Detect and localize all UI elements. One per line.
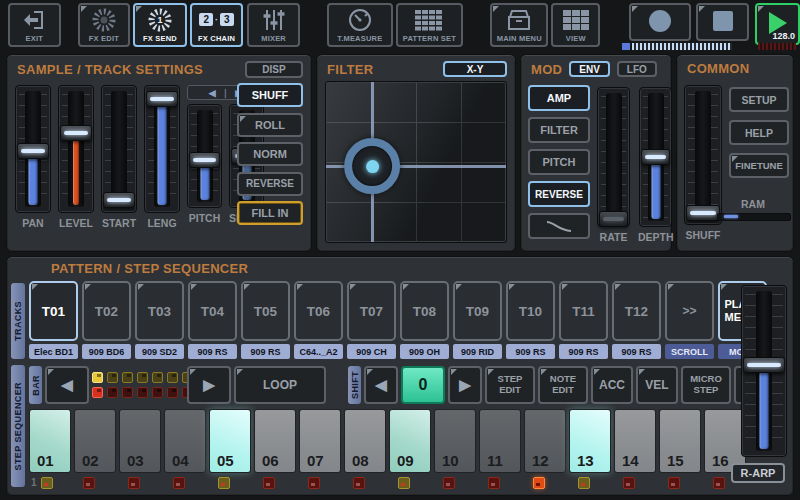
step-pad-05[interactable]: 05 xyxy=(209,409,251,473)
step-pad-15[interactable]: 15 xyxy=(659,409,701,473)
depth-slider[interactable] xyxy=(639,87,672,227)
bar-indicator[interactable] xyxy=(122,387,133,398)
norm-button[interactable]: NORM xyxy=(237,142,303,166)
micro-step-button[interactable]: MICRO STEP xyxy=(681,366,731,404)
rate-slider[interactable] xyxy=(597,87,630,227)
step-flag-icon xyxy=(41,477,53,489)
mod-filter-button[interactable]: FILTER xyxy=(528,117,590,143)
vel-button[interactable]: VEL xyxy=(636,366,678,404)
bar-indicator[interactable] xyxy=(107,387,118,398)
main-menu-button[interactable]: MAIN MENU xyxy=(490,3,548,47)
exit-button[interactable]: EXIT xyxy=(8,3,61,47)
track-button-t09[interactable]: T09 xyxy=(453,281,502,341)
track-button-t12[interactable]: T12 xyxy=(612,281,661,341)
help-button[interactable]: HELP xyxy=(729,120,789,145)
shift-right-button[interactable]: ▶ xyxy=(448,366,482,404)
note-edit-button[interactable]: NOTE EDIT xyxy=(538,366,588,404)
lfo-tab[interactable]: LFO xyxy=(617,61,657,77)
r-arp-button[interactable]: R-ARP xyxy=(731,463,785,483)
fill-in-button[interactable]: FILL IN xyxy=(237,201,303,225)
gauge-icon xyxy=(347,5,373,34)
filter-xy-pad[interactable] xyxy=(325,81,507,243)
xy-knob[interactable] xyxy=(344,138,400,194)
bar-next-button[interactable]: ▶ xyxy=(187,366,231,404)
pan-slider[interactable] xyxy=(15,85,51,213)
bar-indicator[interactable] xyxy=(137,387,148,398)
bar-indicator[interactable] xyxy=(122,372,133,383)
step-pad-04[interactable]: 04 xyxy=(164,409,206,473)
reverse-button[interactable]: REVERSE xyxy=(237,172,303,196)
step-pad-01[interactable]: 01 xyxy=(29,409,71,473)
bar-indicator[interactable] xyxy=(152,387,163,398)
track-button-t04[interactable]: T04 xyxy=(188,281,237,341)
step-pad-06[interactable]: 06 xyxy=(254,409,296,473)
step-pad-07[interactable]: 07 xyxy=(299,409,341,473)
bar-indicator[interactable] xyxy=(92,372,103,383)
bar-indicator[interactable] xyxy=(107,372,118,383)
finetune-button[interactable]: FINETUNE xyxy=(729,153,789,178)
track-button-t05[interactable]: T05 xyxy=(241,281,290,341)
bar-prev-button[interactable]: ◀ xyxy=(45,366,89,404)
acc-button[interactable]: ACC xyxy=(591,366,633,404)
track-button-t02[interactable]: T02 xyxy=(82,281,131,341)
leng-slider[interactable] xyxy=(144,85,180,213)
xy-mode-button[interactable]: X-Y xyxy=(443,61,507,77)
bar-number: 1 xyxy=(31,477,37,488)
track-button-t07[interactable]: T07 xyxy=(347,281,396,341)
env-tab[interactable]: ENV xyxy=(569,61,610,77)
t-measure-button[interactable]: T.MEASURE xyxy=(327,3,393,47)
pitch-slider[interactable] xyxy=(187,104,222,208)
view-button[interactable]: VIEW xyxy=(551,3,600,47)
step-pad-11[interactable]: 11 xyxy=(479,409,521,473)
stop-button[interactable] xyxy=(696,3,749,41)
step-pad-08[interactable]: 08 xyxy=(344,409,386,473)
level-slider[interactable] xyxy=(58,85,94,213)
bar-indicator[interactable] xyxy=(137,372,148,383)
step-pad-02[interactable]: 02 xyxy=(74,409,116,473)
meter-dim-segment xyxy=(734,43,756,50)
step-pad-12[interactable]: 12 xyxy=(524,409,566,473)
mixer-button[interactable]: MIXER xyxy=(247,3,300,47)
step-pad-03[interactable]: 03 xyxy=(119,409,161,473)
fx-chain-icon: 2 · 3 xyxy=(199,5,233,34)
track-button-t08[interactable]: T08 xyxy=(400,281,449,341)
record-button[interactable] xyxy=(629,3,691,41)
bar-indicator[interactable] xyxy=(92,387,103,398)
fx-chain-button[interactable]: 2 · 3 FX CHAIN xyxy=(190,3,244,47)
mod-env-shape-button[interactable] xyxy=(528,213,590,239)
pitch-slider-group: PITCH xyxy=(187,104,222,224)
track-button-t10[interactable]: T10 xyxy=(506,281,555,341)
track-button-t01[interactable]: T01 xyxy=(29,281,78,341)
step-pad-09[interactable]: 09 xyxy=(389,409,431,473)
bar-indicator[interactable] xyxy=(167,387,178,398)
shift-left-button[interactable]: ◀ xyxy=(364,366,398,404)
roll-button[interactable]: ROLL xyxy=(237,113,303,137)
fx-edit-button[interactable]: FX EDIT xyxy=(78,3,131,47)
pattern-set-button[interactable]: PATTERN SET xyxy=(396,3,464,47)
bar-indicator-grid[interactable] xyxy=(92,372,184,399)
step-pad-10[interactable]: 10 xyxy=(434,409,476,473)
mod-pitch-button[interactable]: PITCH xyxy=(528,149,590,175)
sequencer-level-slider[interactable] xyxy=(741,285,787,457)
loop-button[interactable]: LOOP xyxy=(234,366,326,404)
shuff-button[interactable]: SHUFF xyxy=(237,83,303,107)
step-pad-13[interactable]: 13 xyxy=(569,409,611,473)
mod-amp-button[interactable]: AMP xyxy=(528,85,590,111)
bar-indicator[interactable] xyxy=(167,372,178,383)
step-edit-button[interactable]: STEP EDIT xyxy=(485,366,535,404)
disp-button[interactable]: DISP xyxy=(245,61,303,78)
track-button-t03[interactable]: T03 xyxy=(135,281,184,341)
start-slider[interactable] xyxy=(101,85,137,213)
mod-reverse-button[interactable]: REVERSE xyxy=(528,181,590,207)
track-scroll-button[interactable]: >> xyxy=(665,281,714,341)
track-button-t11[interactable]: T11 xyxy=(559,281,608,341)
setup-button[interactable]: SETUP xyxy=(729,87,789,112)
leng-slider-group: LENG xyxy=(144,85,180,229)
sample-prev-icon[interactable]: ◀ xyxy=(209,88,216,98)
bar-indicator[interactable] xyxy=(152,372,163,383)
start-slider-group: START xyxy=(101,85,137,229)
play-button[interactable]: 128.0 xyxy=(755,3,800,45)
fx-send-button[interactable]: 1 FX SEND xyxy=(133,3,187,47)
step-pad-14[interactable]: 14 xyxy=(614,409,656,473)
track-button-t06[interactable]: T06 xyxy=(294,281,343,341)
